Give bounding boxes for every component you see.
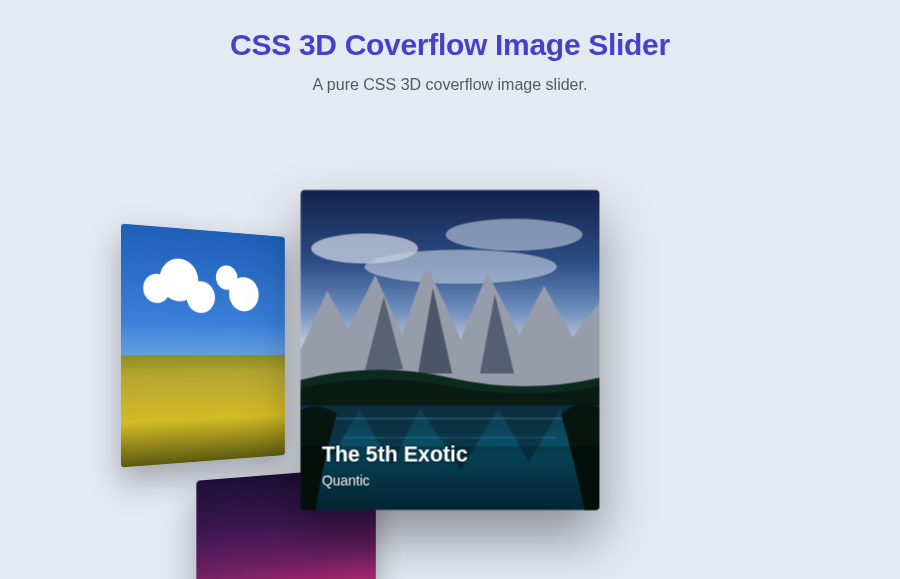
slide-title: The 5th Exotic xyxy=(322,442,587,467)
coverflow-slider[interactable]: The 5th Exotic Quantic The 5th Exotic Qu… xyxy=(0,170,900,570)
svg-point-3 xyxy=(365,250,557,284)
slide-caption: The 5th Exotic Quantic xyxy=(322,442,587,489)
svg-point-2 xyxy=(446,219,583,251)
slide-title: The 5th Exotic xyxy=(134,413,276,435)
slide-caption: The 5th Exotic Quantic xyxy=(134,413,276,452)
page-subtitle: A pure CSS 3D coverflow image slider. xyxy=(0,76,900,94)
page-title: CSS 3D Coverflow Image Slider xyxy=(0,28,900,62)
slide-artist: Quantic xyxy=(134,431,276,452)
slide-0[interactable]: The 5th Exotic Quantic xyxy=(121,224,285,468)
slide-artist: Quantic xyxy=(322,473,587,489)
slide-2-active[interactable]: The 5th Exotic Quantic xyxy=(300,190,599,510)
gradient-overlay xyxy=(121,224,285,468)
header: CSS 3D Coverflow Image Slider A pure CSS… xyxy=(0,0,900,94)
